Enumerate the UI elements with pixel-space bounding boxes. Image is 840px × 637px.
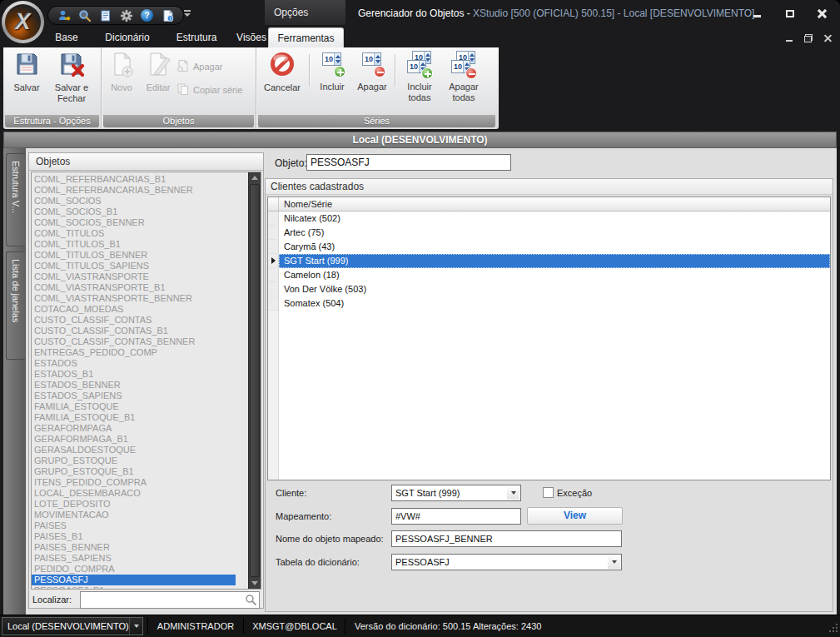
column-header-nome-serie[interactable]: Nome/Série — [279, 197, 332, 211]
incluir-todas-label: Incluir todas — [398, 82, 441, 103]
tab-ferramentas[interactable]: Ferramentas — [268, 27, 344, 47]
incluir-todas-button[interactable]: 10 10 Incluir todas — [398, 51, 441, 103]
objects-list-scrollbar[interactable] — [248, 172, 261, 589]
editar-button[interactable]: Editar — [140, 51, 176, 97]
tabela-dicionario-combobox[interactable]: PESSOASFJ — [391, 554, 622, 570]
environment-combobox[interactable]: Local (DESENVOLVIMENTO) — [2, 617, 143, 635]
tabela-dropdown-icon[interactable] — [608, 555, 620, 569]
list-item[interactable]: GERAFORMPAGA_B1 — [32, 434, 248, 445]
list-item[interactable]: ENTREGAS_PEDIDO_COMP — [32, 347, 248, 358]
list-item[interactable]: COML_SOCIOS_B1 — [32, 207, 248, 217]
list-item[interactable]: PAISES_SAPIENS — [32, 553, 248, 564]
close-button[interactable] — [811, 7, 833, 20]
list-item[interactable]: PEDIDO_COMPRA — [32, 564, 248, 575]
cliente-combobox[interactable]: SGT Start (999) — [391, 485, 521, 501]
table-row[interactable]: Von Der Völke (503) — [268, 282, 830, 296]
mdi-restore-button[interactable] — [800, 32, 817, 44]
list-item[interactable]: ITENS_PEDIDO_COMPRA — [32, 477, 248, 488]
list-item[interactable]: COML_TITULOS_BENNER — [32, 250, 248, 261]
list-item[interactable]: PESSOASFJ_B1 — [32, 585, 248, 590]
table-row[interactable]: Camelon (18) — [268, 268, 830, 282]
mapeamento-input[interactable] — [391, 508, 521, 525]
list-item[interactable]: COML_SOCIOS — [32, 196, 248, 207]
view-button[interactable]: View — [527, 507, 623, 525]
mdi-minimize-button[interactable] — [781, 32, 798, 44]
list-item[interactable]: COML_TITULOS — [32, 228, 248, 239]
list-item[interactable]: LOCAL_DESEMBARACO — [32, 488, 248, 499]
list-item[interactable]: PAISES_BENNER — [32, 542, 248, 553]
list-item[interactable]: CUSTO_CLASSIF_CONTAS — [32, 315, 248, 326]
localizar-search-icon[interactable] — [245, 594, 257, 608]
list-item[interactable]: COML_REFERBANCARIAS_BENNER — [32, 185, 248, 196]
table-row[interactable]: Artec (75) — [268, 226, 830, 240]
list-item[interactable]: COML_TITULOS_SAPIENS — [32, 261, 248, 271]
localizar-input[interactable] — [80, 591, 260, 609]
gear-icon[interactable] — [119, 8, 133, 22]
qat-customize-button[interactable] — [183, 10, 191, 20]
list-item[interactable]: COML_VIASTRANSPORTE_B1 — [32, 282, 248, 293]
list-item[interactable]: COML_TITULOS_B1 — [32, 239, 248, 250]
tab-visoes[interactable]: Visões — [231, 29, 272, 46]
salvar-e-fechar-button[interactable]: Salvar e Fechar — [48, 51, 95, 104]
apagar-todas-button[interactable]: 10 10 Apagar todas — [441, 51, 486, 103]
clients-table-header[interactable]: Nome/Série — [268, 197, 830, 212]
list-item[interactable]: PAISES — [32, 520, 248, 531]
incluir-button[interactable]: 10 Incluir — [312, 51, 352, 103]
side-tab-lista-de-janelas[interactable]: Lista de janelas — [6, 251, 25, 360]
list-item[interactable]: GRUPO_ESTOQUE — [32, 455, 248, 466]
document-info-icon[interactable]: i — [161, 8, 175, 22]
search-icon[interactable] — [77, 8, 92, 22]
excecao-checkbox[interactable] — [543, 487, 554, 498]
app-logo[interactable]: X — [2, 1, 44, 43]
apagar-objeto-button[interactable]: Apagar — [176, 59, 242, 74]
maximize-button[interactable] — [779, 7, 801, 20]
copiar-serie-button[interactable]: Copiar série — [176, 82, 242, 97]
list-item[interactable]: COML_REFERBANCARIAS_B1 — [32, 174, 248, 185]
list-item[interactable]: ESTADOS_SAPIENS — [32, 391, 248, 401]
mdi-close-button[interactable] — [819, 32, 836, 44]
list-item[interactable]: LOTE_DEPOSITO — [32, 499, 248, 510]
novo-button[interactable]: Novo — [103, 51, 140, 97]
table-row[interactable]: Somatex (504) — [268, 296, 830, 311]
document-icon[interactable] — [98, 8, 112, 22]
list-item[interactable]: PESSOASFJ — [32, 575, 236, 585]
list-item[interactable]: ESTADOS_B1 — [32, 369, 248, 380]
list-item[interactable]: ESTADOS — [32, 358, 248, 369]
scroll-up-icon[interactable] — [251, 176, 258, 180]
tab-base[interactable]: Base — [47, 29, 86, 46]
scrollbar-thumb[interactable] — [250, 184, 260, 577]
tab-estrutura[interactable]: Estrutura — [167, 29, 226, 46]
list-item[interactable]: GERASALDOESTOQUE — [32, 445, 248, 455]
list-item[interactable]: COML_VIASTRANSPORTE — [32, 271, 248, 282]
list-item[interactable]: GERAFORMPAGA — [32, 423, 248, 434]
side-tab-estrutura[interactable]: Estrutura V... — [6, 153, 25, 246]
table-row[interactable]: SGT Start (999) — [268, 254, 830, 268]
resize-grip[interactable] — [828, 623, 838, 635]
cliente-dropdown-icon[interactable] — [507, 486, 519, 500]
list-item[interactable]: COML_SOCIOS_BENNER — [32, 217, 248, 228]
list-item[interactable]: MOVIMENTACAO — [32, 510, 248, 520]
minimize-button[interactable] — [746, 7, 768, 20]
tab-dicionario[interactable]: Dicionário — [94, 29, 161, 46]
salvar-button[interactable]: Salvar — [5, 51, 48, 104]
list-item[interactable]: FAMILIA_ESTOQUE_B1 — [32, 412, 248, 423]
help-icon[interactable]: ? — [140, 8, 154, 22]
list-item[interactable]: CUSTO_CLASSIF_CONTAS_B1 — [32, 326, 248, 336]
table-row[interactable]: Carymã (43) — [268, 240, 830, 254]
list-item[interactable]: COTACAO_MOEDAS — [32, 304, 248, 315]
apagar-serie-button[interactable]: 10 Apagar — [352, 51, 392, 103]
user-key-icon[interactable] — [57, 8, 71, 22]
cancelar-button[interactable]: Cancelar — [258, 51, 306, 103]
spinbox-remove-all-icon: 10 10 — [449, 51, 479, 79]
nome-objeto-mapeado-input[interactable] — [391, 530, 622, 547]
scroll-down-icon[interactable] — [251, 581, 258, 585]
environment-dropdown-icon[interactable] — [129, 618, 142, 635]
objeto-input[interactable] — [306, 154, 511, 171]
list-item[interactable]: FAMILIA_ESTOQUE — [32, 401, 248, 412]
list-item[interactable]: GRUPO_ESTOQUE_B1 — [32, 466, 248, 477]
list-item[interactable]: COML_VIASTRANSPORTE_BENNER — [32, 293, 248, 304]
table-row[interactable]: Nilcatex (502) — [268, 212, 830, 226]
list-item[interactable]: CUSTO_CLASSIF_CONTAS_BENNER — [32, 336, 248, 347]
list-item[interactable]: PAISES_B1 — [32, 531, 248, 542]
list-item[interactable]: ESTADOS_BENNER — [32, 380, 248, 391]
